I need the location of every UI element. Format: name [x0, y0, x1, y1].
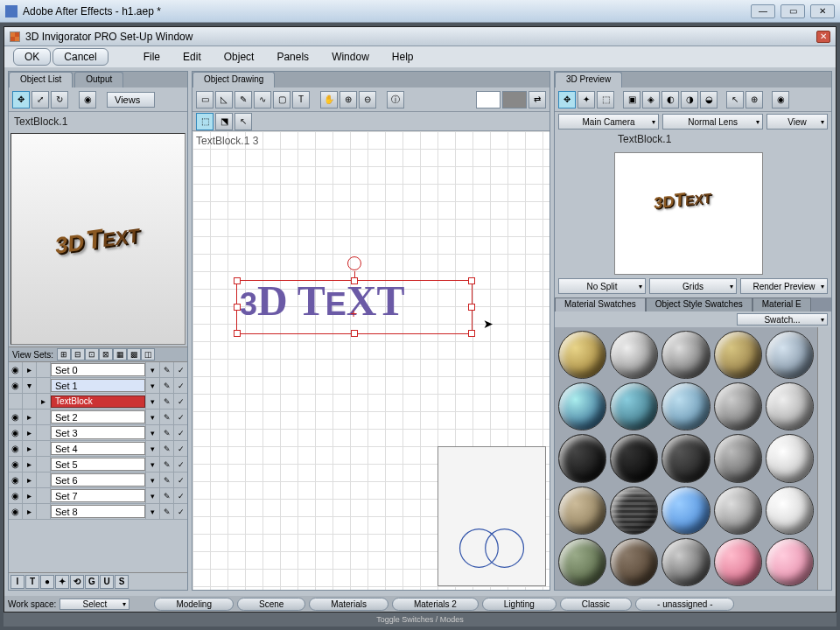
wstab-materials2[interactable]: Materials 2	[392, 598, 479, 611]
pv-tool-11[interactable]: ◉	[772, 91, 789, 108]
wstab-scene[interactable]: Scene	[237, 598, 305, 611]
menu-help[interactable]: Help	[382, 47, 424, 66]
handle-bm[interactable]	[351, 330, 358, 337]
rect-tool[interactable]: ▢	[273, 91, 290, 108]
swatch-black-gloss[interactable]	[558, 434, 606, 482]
menu-file[interactable]: File	[133, 47, 171, 66]
swatch-camo-1[interactable]	[558, 538, 606, 586]
pv-tool-5[interactable]: ◈	[642, 91, 660, 108]
vs-tool-2[interactable]: ⊟	[71, 348, 85, 360]
vs-tool-5[interactable]: ▦	[113, 348, 127, 360]
swap-color[interactable]: ⇄	[528, 91, 546, 108]
vs-tool-7[interactable]: ◫	[141, 348, 155, 360]
text-tool[interactable]: T	[292, 91, 310, 108]
swatch-gold[interactable]	[558, 331, 606, 379]
swatch-grey[interactable]	[714, 434, 762, 482]
vs-tool-6[interactable]: ▩	[127, 348, 141, 360]
bt-2[interactable]: T	[25, 575, 39, 589]
menu-panels[interactable]: Panels	[266, 47, 319, 66]
handle-mr[interactable]	[468, 304, 475, 311]
tab-output[interactable]: Output	[74, 72, 123, 88]
lens-dropdown[interactable]: Normal Lens	[662, 114, 763, 130]
handle-tl[interactable]	[234, 277, 241, 284]
swatch-plastic-blue[interactable]	[662, 486, 710, 535]
rotate-handle[interactable]	[347, 256, 361, 270]
move-tool[interactable]: ✥	[12, 91, 30, 108]
handle-tr[interactable]	[468, 277, 475, 284]
swatch-ice[interactable]	[610, 382, 658, 430]
swtab-material-e[interactable]: Material E	[752, 298, 811, 312]
pv-tool-9[interactable]: ↖	[726, 91, 744, 108]
vs-tool-4[interactable]: ⊠	[99, 348, 113, 360]
swatch-white[interactable]	[766, 434, 814, 482]
pv-tool-6[interactable]: ◐	[662, 91, 679, 108]
set-row-8[interactable]: Set 8	[51, 505, 145, 518]
set-row-6[interactable]: Set 6	[51, 473, 145, 486]
set-sub-textblock[interactable]: TextBlock	[51, 396, 145, 408]
bt-4[interactable]: ✦	[55, 575, 69, 589]
pv-tool-7[interactable]: ◑	[681, 91, 698, 108]
swatch-picker[interactable]: Swatch...	[737, 313, 828, 326]
bt-7[interactable]: U	[100, 575, 114, 589]
wstab-unassigned[interactable]: - unassigned -	[635, 598, 734, 611]
close-button[interactable]: ✕	[810, 4, 835, 18]
views-dropdown[interactable]: Views	[107, 92, 155, 108]
set-row-1[interactable]: Set 1	[51, 379, 145, 392]
swatch-glass-blue[interactable]	[558, 382, 606, 430]
wstab-modeling[interactable]: Modeling	[154, 598, 234, 611]
bt-8[interactable]: S	[115, 575, 129, 589]
swatch-charcoal[interactable]	[662, 434, 710, 482]
bt-5[interactable]: ⟲	[70, 575, 84, 589]
swatch-mesh[interactable]	[610, 486, 658, 535]
bt-3[interactable]: ●	[40, 575, 54, 589]
set-list[interactable]: ◉▸Set 0▾✎✓ ◉▾Set 1▾✎✓ ▸TextBlock▾✎✓ ◉▸Se…	[9, 362, 187, 572]
swatch-aluminum[interactable]	[714, 486, 762, 535]
info-tool[interactable]: ⓘ	[387, 91, 404, 108]
set-row-5[interactable]: Set 5	[51, 458, 145, 471]
wstab-lighting[interactable]: Lighting	[482, 598, 556, 611]
canvas[interactable]: TextBlock.1 3 3D TEXT + ➤	[192, 131, 550, 590]
bt-1[interactable]: I	[10, 575, 24, 589]
zoomin-tool[interactable]: ⊕	[340, 91, 357, 108]
swatch-camo-2[interactable]	[610, 538, 658, 586]
set-row-7[interactable]: Set 7	[51, 489, 145, 502]
swtab-objstyle[interactable]: Object Style Swatches	[646, 298, 752, 312]
vs-tool-3[interactable]: ⊡	[85, 348, 99, 360]
pick-mode-3[interactable]: ↖	[234, 113, 252, 130]
tab-3d-preview[interactable]: 3D Preview	[555, 72, 622, 88]
cancel-button[interactable]: Cancel	[52, 48, 108, 66]
pv-tool-3[interactable]: ⬚	[597, 91, 614, 108]
bg-color[interactable]	[502, 91, 527, 108]
pick-mode-1[interactable]: ⬚	[196, 113, 214, 130]
render-dropdown[interactable]: Render Preview	[740, 278, 828, 294]
swatch-camo-3[interactable]	[662, 538, 710, 586]
camera-dropdown[interactable]: Main Camera	[558, 114, 659, 130]
ok-button[interactable]: OK	[13, 48, 51, 66]
wstab-materials[interactable]: Materials	[309, 598, 388, 611]
pv-tool-2[interactable]: ✦	[578, 91, 595, 108]
tab-object-drawing[interactable]: Object Drawing	[192, 72, 275, 88]
hand-tool[interactable]: ✋	[320, 91, 338, 108]
set-row-0[interactable]: Set 0	[51, 363, 145, 376]
swatch-black-matte[interactable]	[610, 434, 658, 482]
set-row-4[interactable]: Set 4	[51, 442, 145, 455]
handle-bl[interactable]	[234, 330, 241, 337]
menu-edit[interactable]: Edit	[172, 47, 212, 66]
fit-tool[interactable]: ◉	[79, 91, 96, 108]
dialog-close-button[interactable]: ✕	[816, 31, 830, 43]
tab-object-list[interactable]: Object List	[9, 72, 73, 88]
swatch-marble[interactable]	[610, 331, 658, 379]
swtab-material[interactable]: Material Swatches	[555, 298, 646, 312]
rotate-tool[interactable]: ↻	[51, 91, 68, 108]
menu-window[interactable]: Window	[321, 47, 380, 66]
swatch-sky[interactable]	[662, 382, 710, 430]
swatch-bronze[interactable]	[714, 331, 762, 379]
pv-tool-4[interactable]: ▣	[623, 91, 640, 108]
split-dropdown[interactable]: No Split	[558, 278, 646, 294]
select-tool[interactable]: ▭	[196, 91, 214, 108]
wstab-classic[interactable]: Classic	[560, 598, 632, 611]
view-dropdown[interactable]: View	[766, 114, 828, 130]
handle-br[interactable]	[468, 330, 475, 337]
pick-mode-2[interactable]: ⬔	[215, 113, 233, 130]
handle-ml[interactable]	[234, 304, 241, 311]
